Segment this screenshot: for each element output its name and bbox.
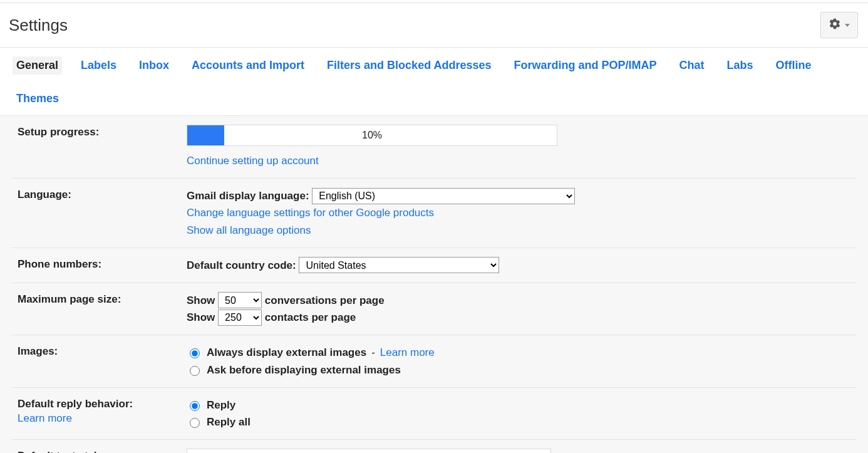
language-label: Language: [11, 187, 187, 202]
settings-tabs: General Labels Inbox Accounts and Import… [0, 48, 868, 116]
conversations-per-page-select[interactable]: 50 [218, 292, 262, 308]
dash: - [371, 344, 375, 361]
images-label: Images: [11, 344, 187, 359]
default-country-label: Default country code: [187, 259, 296, 271]
display-language-label: Gmail display language: [187, 190, 309, 202]
tab-themes[interactable]: Themes [13, 90, 63, 108]
setup-progress-bar: 10% [187, 125, 557, 146]
reply-behavior-label: Default reply behavior: [18, 397, 187, 412]
change-language-link[interactable]: Change language settings for other Googl… [187, 207, 434, 219]
tab-accounts[interactable]: Accounts and Import [188, 56, 308, 75]
page-size-label: Maximum page size: [11, 292, 187, 307]
reply-option-label: Reply [207, 397, 235, 414]
reply-all-option-label: Reply all [207, 414, 251, 430]
tab-filters[interactable]: Filters and Blocked Addresses [323, 56, 495, 75]
images-always-label: Always display external images [207, 344, 366, 361]
reply-radio[interactable] [190, 401, 200, 411]
tab-forwarding[interactable]: Forwarding and POP/IMAP [510, 56, 661, 75]
tab-labels[interactable]: Labels [77, 56, 120, 75]
default-country-select[interactable]: United States [299, 257, 499, 273]
tab-chat[interactable]: Chat [676, 56, 708, 75]
setup-progress-text: 10% [187, 125, 557, 145]
images-ask-radio[interactable] [190, 366, 200, 376]
images-learn-more-link[interactable]: Learn more [380, 344, 435, 361]
show-all-languages-link[interactable]: Show all language options [187, 224, 311, 236]
tab-inbox[interactable]: Inbox [135, 56, 173, 75]
setup-progress-label: Setup progress: [11, 125, 187, 140]
phone-numbers-label: Phone numbers: [11, 257, 187, 272]
text-style-editor: Sans Serif TT A Tx [187, 449, 551, 453]
reply-all-radio[interactable] [190, 418, 200, 428]
show-word-1: Show [187, 294, 215, 306]
display-language-select[interactable]: English (US) [312, 188, 575, 204]
gear-icon [829, 18, 841, 33]
contacts-suffix: contacts per page [265, 311, 356, 323]
tab-labs[interactable]: Labs [723, 56, 757, 75]
images-always-radio[interactable] [190, 348, 200, 358]
tab-offline[interactable]: Offline [772, 56, 815, 75]
continue-setup-link[interactable]: Continue setting up account [187, 155, 319, 167]
reply-learn-more-link[interactable]: Learn more [18, 412, 72, 424]
contacts-per-page-select[interactable]: 250 [218, 310, 262, 326]
images-ask-label: Ask before displaying external images [207, 362, 401, 378]
chevron-down-icon [845, 24, 850, 27]
settings-gear-button[interactable] [820, 12, 858, 38]
conversations-suffix: conversations per page [265, 294, 385, 306]
show-word-2: Show [187, 311, 215, 323]
page-title: Settings [9, 16, 68, 35]
tab-general[interactable]: General [13, 56, 62, 75]
text-style-label: Default text style: [18, 449, 187, 453]
